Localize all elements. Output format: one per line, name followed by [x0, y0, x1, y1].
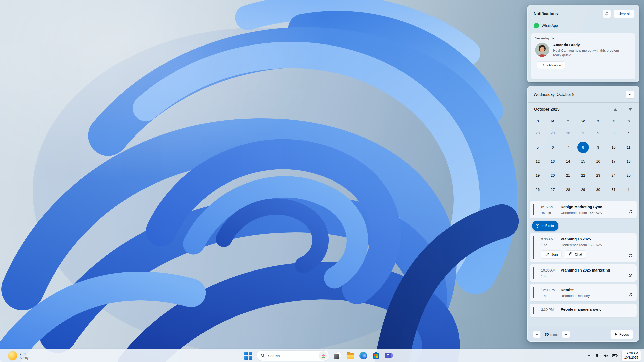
- calendar-day-cell[interactable]: 10: [606, 140, 621, 154]
- calendar-day-cell[interactable]: 16: [591, 154, 606, 168]
- clear-all-button[interactable]: Clear all: [613, 10, 635, 18]
- calendar-day-cell[interactable]: 17: [606, 154, 621, 168]
- calendar-day-cell[interactable]: 15: [576, 154, 591, 168]
- calendar-day-number: 1: [577, 127, 589, 139]
- calendar-day-cell[interactable]: 12: [530, 154, 545, 168]
- focus-plus-button[interactable]: +: [562, 331, 570, 338]
- calendar-day-number: 15: [577, 156, 589, 167]
- calendar-day-cell[interactable]: 28: [530, 126, 545, 140]
- agenda-event-card[interactable]: 9:30 AM Planning FY2025 1 hr Conference …: [530, 233, 637, 262]
- calendar-day-cell[interactable]: 23: [591, 168, 606, 183]
- calendar-day-cell[interactable]: 2: [591, 126, 606, 140]
- sun-icon: [8, 351, 17, 360]
- calendar-flyout: Wednesday, October 8 October 2025 S M T …: [527, 86, 639, 342]
- edge-button[interactable]: [359, 351, 368, 360]
- file-explorer-button[interactable]: [346, 351, 355, 360]
- focus-minus-button[interactable]: −: [533, 331, 541, 338]
- calendar-day-cell[interactable]: 1: [621, 183, 636, 197]
- dow-label: W: [576, 116, 591, 126]
- dow-label: T: [591, 116, 606, 126]
- calendar-day-cell[interactable]: 6: [545, 140, 560, 154]
- calendar-day-cell[interactable]: 7: [560, 140, 576, 154]
- calendar-day-cell[interactable]: 27: [545, 183, 560, 197]
- calendar-day-cell[interactable]: 22: [576, 168, 591, 183]
- more-notifications-button[interactable]: +1 notification: [537, 61, 565, 69]
- calendar-day-number: 1: [623, 184, 634, 195]
- event-reminder-pill[interactable]: in 5 min: [532, 221, 558, 231]
- calendar-day-number: 3: [608, 127, 619, 139]
- calendar-day-cell[interactable]: 26: [530, 183, 545, 197]
- focus-duration-value: 30: [545, 332, 549, 336]
- calendar-day-cell[interactable]: 31: [606, 183, 621, 197]
- calendar-day-number: 12: [532, 156, 543, 167]
- event-title: People managers sync: [561, 307, 602, 311]
- calendar-day-number: 5: [532, 142, 543, 153]
- focus-start-button[interactable]: Focus: [610, 330, 633, 339]
- event-location: Redmond Dentistry: [561, 294, 590, 298]
- calendar-day-cell[interactable]: 1: [576, 126, 591, 140]
- calendar-grid: S M T W T F S 28 29 30 1 2 3 4 5 6: [528, 116, 639, 197]
- task-view-button[interactable]: [333, 351, 342, 360]
- calendar-collapse-button[interactable]: [626, 91, 635, 98]
- calendar-day-cell[interactable]: 25: [621, 168, 636, 183]
- calendar-day-number: 7: [562, 142, 574, 153]
- calendar-day-cell[interactable]: 20: [545, 168, 560, 183]
- teams-button[interactable]: T: [385, 351, 393, 360]
- calendar-day-cell[interactable]: 24: [606, 168, 621, 183]
- calendar-day-cell[interactable]: 4: [621, 126, 636, 140]
- calendar-date-header: Wednesday, October 8: [534, 92, 626, 97]
- calendar-day-cell[interactable]: 30: [560, 126, 576, 140]
- calendar-day-cell[interactable]: 28: [560, 183, 576, 197]
- event-action-button[interactable]: Chat: [565, 250, 586, 258]
- event-actions-row: Join Chat: [541, 250, 632, 258]
- notification-center: Notifications Clear all WhatsApp Yesterd…: [527, 5, 639, 82]
- calendar-day-cell[interactable]: 8: [576, 140, 591, 154]
- calendar-day-number: 13: [547, 156, 558, 167]
- calendar-day-cell[interactable]: 3: [606, 126, 621, 140]
- hidden-icons-chevron[interactable]: [587, 354, 591, 358]
- widgets-weather-button[interactable]: 78°F Sunny: [6, 349, 30, 362]
- agenda-list: 8:15 AM Design Marketing Sync 45 min Con…: [530, 201, 637, 327]
- calendar-day-cell[interactable]: 14: [560, 154, 576, 168]
- wifi-icon[interactable]: [595, 353, 600, 358]
- calendar-day-number: 31: [608, 184, 619, 195]
- notification-group-header[interactable]: Yesterday: [535, 36, 631, 40]
- calendar-day-cell[interactable]: 29: [576, 183, 591, 197]
- calendar-day-cell[interactable]: 29: [545, 126, 560, 140]
- calendar-day-cell[interactable]: 18: [621, 154, 636, 168]
- agenda-event-card[interactable]: 8:15 AM Design Marketing Sync 45 min Con…: [530, 201, 637, 218]
- calendar-day-cell[interactable]: 9: [591, 140, 606, 154]
- calendar-day-cell[interactable]: 19: [530, 168, 545, 183]
- search-box[interactable]: Search: [257, 350, 329, 361]
- calendar-day-number: 8: [577, 142, 589, 153]
- agenda-event-card[interactable]: 10:30 AM Planning FY2025 marketing 1 hr: [530, 264, 637, 282]
- start-button[interactable]: [244, 352, 252, 360]
- calendar-day-cell[interactable]: 30: [591, 183, 606, 197]
- calendar-day-cell[interactable]: 11: [621, 140, 636, 154]
- clock-tray-button[interactable]: 9:28 AM 10/8/2025: [621, 350, 641, 361]
- month-previous-button[interactable]: [614, 108, 617, 111]
- calendar-day-cell[interactable]: 13: [545, 154, 560, 168]
- event-action-button[interactable]: Join: [541, 250, 562, 258]
- lotus-icon[interactable]: [319, 351, 328, 360]
- event-duration: 1 hr: [541, 294, 561, 298]
- calendar-day-number: 16: [592, 156, 604, 167]
- battery-icon[interactable]: [612, 353, 618, 358]
- do-not-disturb-button[interactable]: [603, 10, 611, 18]
- microsoft-store-button[interactable]: [372, 351, 380, 360]
- notification-item[interactable]: Amanda Brady Hey! Can you help me out wi…: [535, 43, 631, 57]
- calendar-day-cell[interactable]: 5: [530, 140, 545, 154]
- month-next-button[interactable]: [629, 108, 632, 111]
- notification-message: Hey! Can you help me out with this probl…: [553, 48, 626, 57]
- calendar-day-number: 10: [608, 142, 619, 153]
- notification-app-group-header[interactable]: WhatsApp: [534, 23, 639, 28]
- agenda-event-card[interactable]: 2:30 PM People managers sync: [530, 304, 637, 317]
- focus-session-bar: − 30 mins + Focus: [528, 327, 639, 341]
- calendar-day-number: 29: [547, 127, 558, 139]
- calendar-day-number: 22: [577, 170, 589, 181]
- agenda-event-card[interactable]: 12:00 PM Dentist 1 hr Redmond Dentistry: [530, 284, 637, 301]
- calendar-day-cell[interactable]: 21: [560, 168, 576, 183]
- calendar-day-number: 30: [562, 127, 574, 139]
- chevron-down-icon: [628, 93, 632, 96]
- volume-icon[interactable]: [603, 353, 608, 358]
